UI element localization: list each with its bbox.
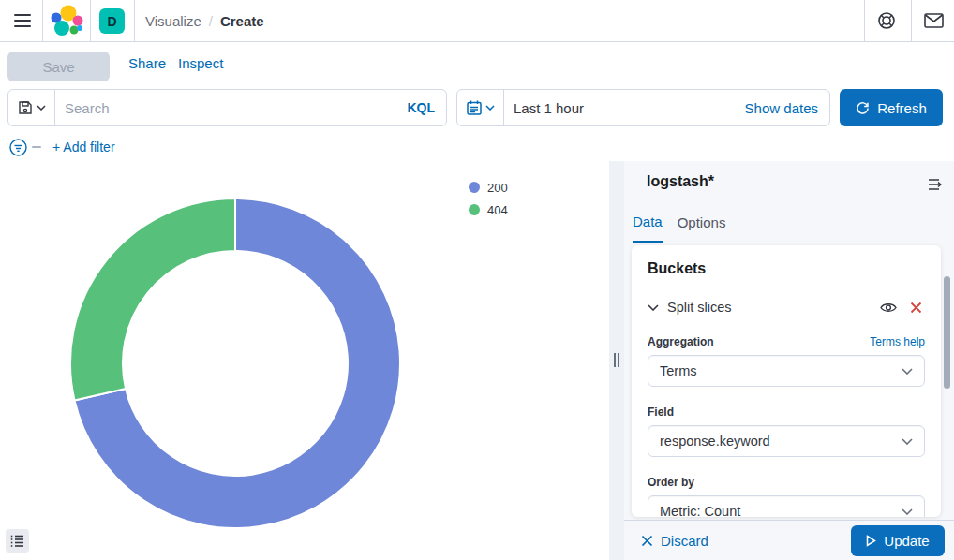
chevron-down-icon [902, 368, 913, 375]
panel-scrollbar[interactable] [944, 276, 950, 389]
share-button[interactable]: Share [128, 42, 166, 84]
search-input[interactable] [55, 90, 395, 125]
breadcrumb-create: Create [220, 13, 264, 29]
content-area: 200 404 logstash* [0, 161, 954, 560]
calendar-icon[interactable] [457, 90, 504, 125]
resize-handle-icon [614, 353, 619, 367]
terms-help-link[interactable]: Terms help [870, 335, 925, 348]
visualization-editor-panel: logstash* Data Options Buckets Split sli… [624, 161, 954, 560]
aggregation-label: Aggregation [648, 335, 714, 348]
legend-toggle-icon[interactable] [6, 529, 29, 553]
breadcrumb: Visualize / Create [145, 0, 264, 41]
split-slices-label[interactable]: Split slices [667, 300, 871, 315]
divider [90, 0, 91, 41]
field-select[interactable]: response.keyword [648, 425, 925, 457]
buckets-card: Buckets Split slices [632, 245, 941, 517]
add-filter-button[interactable]: + Add filter [52, 140, 115, 155]
order-by-select[interactable]: Metric: Count [648, 495, 925, 517]
split-slices-row: Split slices [648, 298, 925, 317]
tab-data[interactable]: Data [633, 210, 663, 243]
refresh-button[interactable]: Refresh [840, 89, 943, 126]
chevron-down-icon [37, 105, 46, 111]
eye-icon[interactable] [879, 298, 898, 317]
query-language-button[interactable]: KQL [395, 90, 446, 125]
legend-item-200[interactable]: 200 [469, 176, 508, 199]
kibana-visualize-app: D Visualize / Create Save Share Inspect [0, 0, 954, 560]
chevron-down-icon [902, 438, 913, 445]
visualize-actions-row: Save Share Inspect [0, 42, 954, 84]
save-query-icon [18, 100, 33, 115]
menu-icon[interactable] [7, 6, 37, 36]
inspect-button[interactable]: Inspect [178, 42, 223, 84]
index-pattern-title: logstash* [647, 173, 714, 190]
breadcrumb-visualize[interactable]: Visualize [145, 13, 201, 29]
buckets-title: Buckets [648, 260, 925, 277]
save-button[interactable]: Save [7, 52, 110, 81]
show-dates-button[interactable]: Show dates [734, 90, 829, 125]
legend-dot [469, 182, 480, 193]
divider [911, 0, 912, 41]
legend-dot [469, 204, 480, 215]
divider [864, 0, 865, 41]
search-control: KQL [7, 89, 447, 126]
query-bar: KQL Last 1 hour Show dates Refresh [0, 84, 954, 133]
order-by-label: Order by [648, 476, 694, 489]
donut-slice-404[interactable] [70, 199, 235, 400]
legend-item-404[interactable]: 404 [469, 199, 508, 221]
donut-chart[interactable] [0, 161, 609, 560]
filter-dash [32, 146, 41, 148]
panel-resize-divider[interactable] [609, 161, 624, 560]
space-avatar[interactable]: D [99, 8, 125, 34]
mail-icon[interactable] [918, 6, 948, 36]
update-button[interactable]: Update [851, 525, 945, 556]
remove-icon[interactable] [906, 298, 925, 317]
aggregation-select[interactable]: Terms [648, 355, 925, 387]
chart-legend: 200 404 [469, 176, 508, 221]
play-icon [866, 535, 876, 547]
top-navigation-bar: D Visualize / Create [0, 0, 954, 42]
saved-query-menu-button[interactable] [8, 90, 55, 125]
discard-x-icon [641, 535, 653, 547]
editor-tabs: Data Options [633, 210, 725, 243]
tab-options[interactable]: Options [678, 210, 726, 243]
collapse-panel-icon[interactable] [922, 171, 948, 198]
time-range-value[interactable]: Last 1 hour [504, 90, 734, 125]
discard-button[interactable]: Discard [641, 533, 708, 549]
refresh-icon [856, 101, 870, 115]
visualization-pane: 200 404 [0, 161, 609, 560]
breadcrumb-separator: / [209, 13, 213, 29]
field-label: Field [648, 405, 674, 419]
date-picker-control: Last 1 hour Show dates [456, 89, 830, 126]
divider [42, 0, 43, 41]
chevron-down-icon[interactable] [648, 304, 659, 311]
editor-footer: Discard Update [624, 520, 954, 560]
help-icon[interactable] [872, 6, 902, 36]
filter-icon[interactable] [7, 137, 28, 157]
filter-bar: + Add filter [0, 133, 954, 161]
divider [134, 0, 135, 41]
chevron-down-icon [902, 508, 913, 515]
chevron-down-icon [485, 105, 495, 111]
elastic-logo[interactable] [50, 5, 83, 37]
